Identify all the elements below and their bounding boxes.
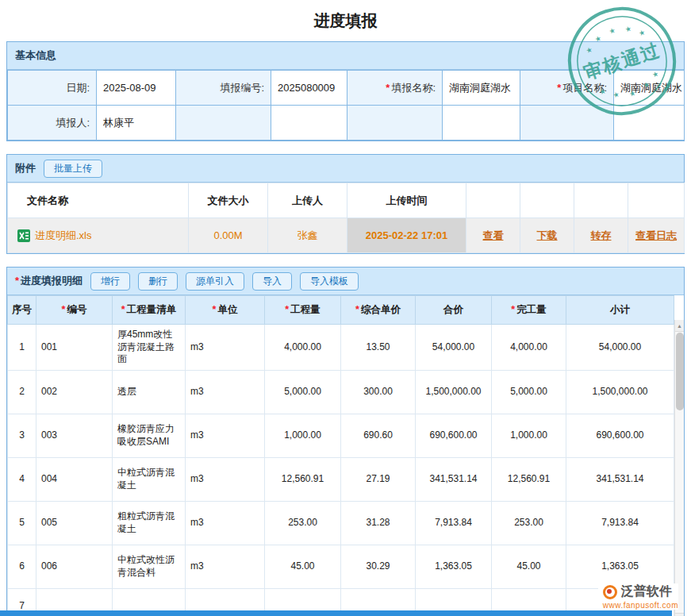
col-header-unit-price: *综合单价 [341, 296, 416, 325]
company-website-link[interactable]: www.fanpusoft.com [603, 601, 678, 610]
cell-code[interactable]: 001 [36, 325, 113, 371]
cell-code[interactable]: 005 [36, 501, 113, 545]
cell-unit[interactable]: m3 [186, 545, 265, 588]
cell-completed[interactable]: 4,000.00 [492, 325, 566, 371]
upload-time-cell[interactable]: 2025-02-22 17:01 [347, 218, 466, 253]
report-name-field[interactable]: 湖南洞庭湖水 [443, 71, 520, 106]
file-size-cell: 0.00M [189, 218, 268, 253]
col-header-total-price: 合价 [416, 296, 492, 325]
attachment-row: 进度明细.xls 0.00M 张鑫 2025-02-22 17:01 查看 下载… [8, 218, 685, 253]
attachments-panel: 附件 批量上传 文件名称 文件大小 上传人 上传时间 [6, 154, 685, 254]
reporter-field[interactable]: 林康平 [97, 106, 176, 141]
empty-cell [520, 183, 574, 218]
required-mark: * [386, 82, 390, 94]
cell-total-price[interactable]: 690,600.00 [416, 414, 492, 457]
cell-subtotal[interactable]: 341,531.14 [566, 457, 674, 501]
cell-subtotal[interactable]: 7,913.84 [566, 501, 674, 545]
date-field[interactable]: 2025-08-09 [97, 71, 176, 106]
view-log-link[interactable]: 查看日志 [635, 229, 677, 241]
cell-item[interactable]: 中粒式沥青混凝土 [113, 457, 186, 501]
cell-code[interactable]: 003 [36, 414, 113, 457]
uploader-header: 上传人 [268, 183, 347, 218]
col-header-completed: *完工量 [492, 296, 566, 325]
basic-info-table: 日期: 2025-08-09 填报编号: 2025080009 *填报名称: 湖… [7, 70, 685, 141]
project-name-field[interactable]: 湖南洞庭湖水 [614, 71, 685, 106]
cell-total-price[interactable]: 1,363.05 [416, 545, 492, 588]
source-import-button[interactable]: 源单引入 [186, 272, 244, 291]
report-no-label: 填报编号: [176, 71, 271, 106]
cell-unit[interactable]: m3 [186, 414, 265, 457]
cell-completed[interactable]: 45.00 [492, 545, 566, 588]
cell-unit[interactable]: m3 [186, 457, 265, 501]
cell-item[interactable]: 橡胶沥青应力吸收层SAMI [113, 414, 186, 457]
add-row-button[interactable]: 增行 [90, 272, 130, 291]
cell-unit[interactable]: m3 [186, 325, 265, 371]
detail-row: 4004中粒式沥青混凝土m312,560.9127.19341,531.1412… [8, 457, 674, 501]
fanpu-logo-icon [603, 585, 617, 599]
file-name: 进度明细.xls [35, 229, 92, 243]
cell-quantity[interactable]: 4,000.00 [265, 325, 341, 371]
cell-total-price[interactable]: 7,913.84 [416, 501, 492, 545]
cell-completed[interactable]: 253.00 [492, 501, 566, 545]
col-header-subtotal: 小计 [566, 296, 674, 325]
empty-cell [443, 106, 520, 141]
save-as-link[interactable]: 转存 [591, 229, 612, 241]
cell-quantity[interactable]: 12,560.91 [265, 457, 341, 501]
scroll-down-icon[interactable]: ▼ [675, 613, 684, 616]
attachments-table: 文件名称 文件大小 上传人 上传时间 进度明细.xls [7, 183, 685, 253]
cell-unit-price[interactable]: 31.28 [341, 501, 416, 545]
cell-unit-price[interactable]: 690.60 [341, 414, 416, 457]
import-button[interactable]: 导入 [252, 272, 292, 291]
cell-subtotal[interactable]: 690,600.00 [566, 414, 674, 457]
detail-row: 1001厚45mm改性沥青混凝土路面m34,000.0013.5054,000.… [8, 325, 674, 371]
cell-unit-price[interactable]: 30.29 [341, 545, 416, 588]
cell-quantity[interactable]: 5,000.00 [265, 370, 341, 414]
cell-unit-price[interactable]: 13.50 [341, 325, 416, 371]
details-panel: *进度填报明细 增行 删行 源单引入 导入 导入模板 序号 *编号 *工程量清单… [6, 267, 685, 616]
cell-quantity[interactable]: 1,000.00 [265, 414, 341, 457]
cell-total-price[interactable]: 341,531.14 [416, 457, 492, 501]
cell-subtotal[interactable]: 54,000.00 [566, 325, 674, 371]
vertical-scrollbar[interactable]: ▲ ▼ [674, 320, 684, 616]
cell-subtotal[interactable]: 1,500,000.00 [566, 370, 674, 414]
scroll-up-icon[interactable]: ▲ [675, 320, 684, 332]
cell-unit-price[interactable]: 300.00 [341, 370, 416, 414]
cell-unit[interactable]: m3 [186, 501, 265, 545]
batch-upload-button[interactable]: 批量上传 [44, 160, 102, 178]
cell-item[interactable]: 厚45mm改性沥青混凝土路面 [113, 325, 186, 371]
branding: 泛普软件 www.fanpusoft.com [598, 583, 678, 610]
file-name-cell: 进度明细.xls [8, 218, 189, 253]
col-header-code: *编号 [36, 296, 113, 325]
detail-row: 5005粗粒式沥青混凝土m3253.0031.287,913.84253.007… [8, 501, 674, 545]
cell-completed[interactable]: 12,560.91 [492, 457, 566, 501]
cell-code[interactable]: 006 [36, 545, 113, 588]
cell-quantity[interactable]: 45.00 [265, 545, 341, 588]
basic-info-header: 基本信息 [7, 42, 684, 70]
cell-quantity[interactable]: 253.00 [265, 501, 341, 545]
cell-row-no: 4 [8, 457, 36, 501]
import-template-button[interactable]: 导入模板 [300, 272, 359, 291]
view-link[interactable]: 查看 [483, 229, 504, 241]
cell-completed[interactable]: 1,000.00 [492, 414, 566, 457]
empty-cell [271, 106, 347, 141]
required-mark: * [557, 82, 561, 94]
cell-item[interactable]: 中粒式改性沥青混合料 [113, 545, 186, 588]
col-header-no: 序号 [8, 296, 36, 325]
cell-code[interactable]: 004 [36, 457, 113, 501]
basic-info-panel: 基本信息 日期: 2025-08-09 填报编号: 2025080009 *填报… [6, 41, 685, 141]
horizontal-scrollbar[interactable] [0, 610, 672, 616]
scrollbar-thumb[interactable] [676, 333, 684, 410]
cell-total-price[interactable]: 54,000.00 [416, 325, 492, 371]
report-no-field[interactable]: 2025080009 [271, 71, 347, 106]
download-link[interactable]: 下载 [537, 229, 558, 241]
cell-unit[interactable]: m3 [186, 370, 265, 414]
cell-subtotal[interactable]: 1,363.05 [566, 545, 674, 588]
details-toolbar: *进度填报明细 增行 删行 源单引入 导入 导入模板 [7, 268, 684, 295]
cell-total-price[interactable]: 1,500,000.00 [416, 370, 492, 414]
cell-unit-price[interactable]: 27.19 [341, 457, 416, 501]
cell-completed[interactable]: 5,000.00 [492, 370, 566, 414]
cell-item[interactable]: 透层 [113, 370, 186, 414]
delete-row-button[interactable]: 删行 [138, 272, 178, 291]
cell-code[interactable]: 002 [36, 370, 113, 414]
cell-item[interactable]: 粗粒式沥青混凝土 [113, 501, 186, 545]
